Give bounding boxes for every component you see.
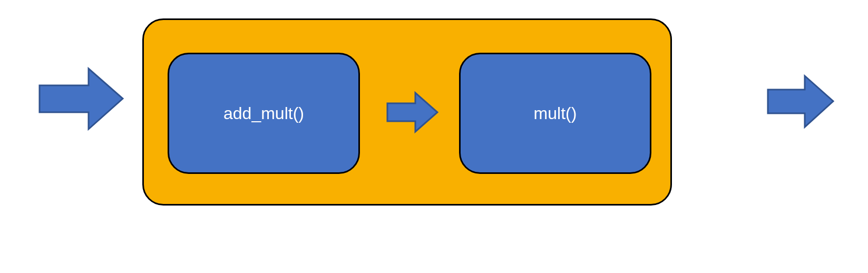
arrow-middle-icon (386, 91, 439, 133)
diagram-canvas: add_mult() mult() (0, 0, 868, 273)
pipeline-container: add_mult() mult() (142, 18, 672, 206)
node-mult: mult() (459, 53, 651, 174)
node-mult-label: mult() (534, 104, 577, 123)
arrow-input-icon (38, 66, 125, 132)
svg-marker-2 (768, 76, 833, 127)
svg-marker-1 (387, 93, 437, 132)
node-add-mult-label: add_mult() (223, 104, 304, 123)
svg-marker-0 (40, 69, 123, 129)
node-add-mult: add_mult() (168, 53, 360, 174)
arrow-output-icon (767, 74, 835, 129)
